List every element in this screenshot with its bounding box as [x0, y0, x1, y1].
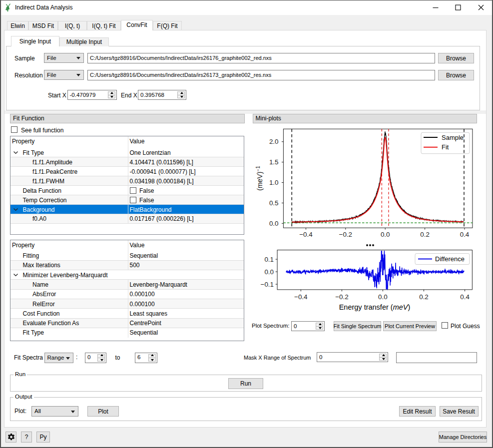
svg-text:(meV)−1: (meV)−1 [255, 166, 264, 191]
svg-text:0.4: 0.4 [460, 293, 470, 301]
svg-text:2.0: 2.0 [269, 138, 279, 145]
svg-text:0.0: 0.0 [381, 231, 390, 238]
svg-text:−0.2: −0.2 [335, 293, 348, 301]
svg-text:−0.2: −0.2 [339, 231, 352, 238]
svg-text:1.0: 1.0 [269, 179, 279, 186]
svg-text:0.0: 0.0 [264, 268, 274, 276]
svg-text:−0.4: −0.4 [294, 293, 308, 301]
svg-text:Sample: Sample [442, 134, 464, 141]
svg-text:−0.4: −0.4 [299, 231, 313, 238]
svg-text:0.2: 0.2 [419, 293, 429, 301]
svg-text:0.5: 0.5 [269, 199, 279, 207]
svg-text:Energy transfer (meV): Energy transfer (meV) [339, 303, 411, 311]
svg-text:Difference: Difference [435, 255, 465, 263]
svg-text:0.2: 0.2 [420, 231, 430, 238]
svg-text:1.5: 1.5 [269, 158, 279, 166]
svg-text:−0.1: −0.1 [261, 281, 274, 288]
svg-text:0.1: 0.1 [264, 256, 274, 263]
svg-text:Fit: Fit [442, 143, 449, 151]
svg-text:0.4: 0.4 [460, 231, 470, 238]
svg-text:0.0: 0.0 [378, 293, 388, 301]
svg-text:0.0: 0.0 [269, 220, 279, 227]
